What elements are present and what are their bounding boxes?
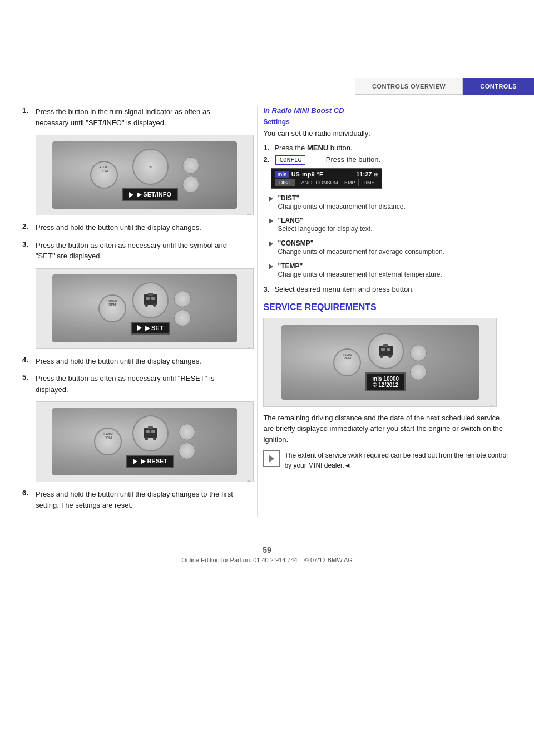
bullet-content-lang: "LANG" Select language for display text.: [278, 217, 512, 234]
radio-cell-time: TIME: [359, 179, 379, 186]
speed-inner-2: [141, 290, 160, 310]
right-step-1-text: Press the MENU button.: [274, 144, 352, 152]
step-4-text: Press and hold the button until the disp…: [36, 356, 240, 367]
speedometer-3: [132, 415, 169, 451]
header-tabs: CONTROLS OVERVIEW CONTROLS: [0, 0, 534, 95]
right-gauge-3b: [179, 443, 195, 459]
svg-rect-8: [146, 430, 150, 433]
radio-display: mls US mp9 °F 11:27 ⊞ DIST LANG CONSUM T…: [271, 168, 382, 189]
note-text: The extent of service work required can …: [284, 450, 512, 470]
step-5-image: x1000RPM: [36, 401, 254, 482]
svg-rect-7: [148, 426, 153, 429]
page-footer: 59 Online Edition for Part no. 01 40 2 9…: [0, 534, 534, 569]
svg-rect-6: [144, 428, 157, 438]
center-panel-1: 60 ▶ SET/INFO: [122, 149, 178, 201]
config-box: CONFIG: [275, 155, 305, 165]
footer-text: Online Edition for Part no. 01 40 2 914 …: [0, 557, 534, 563]
svg-rect-12: [379, 346, 393, 356]
step-6-text: Press and hold the button until the disp…: [36, 489, 240, 510]
bullet-triangle-lang: [269, 218, 273, 224]
step-3-num: 3.: [22, 240, 31, 248]
service-watermark: WW310035/5: [489, 405, 494, 407]
radio-cell-lang: LANG: [295, 179, 316, 186]
note-triangle-icon: [269, 455, 274, 463]
step-3: 3. Press the button as often as necessar…: [22, 240, 240, 262]
bullet-desc-dist: Change units of measurement for distance…: [278, 202, 512, 212]
bullet-dist: "DIST" Change units of measurement for d…: [269, 194, 512, 212]
play-icon-2: [137, 325, 142, 331]
gauge-3-text: x1000RPM: [103, 432, 112, 439]
step-5: 5. Press the button as often as necessar…: [22, 373, 240, 395]
bullet-content-consmp: "CONSMP" Change units of measurement for…: [278, 239, 512, 257]
radio-top-row: mls US mp9 °F 11:27 ⊞: [275, 171, 378, 178]
step-1: 1. Press the button in the turn signal i…: [22, 106, 240, 128]
svg-rect-2: [146, 297, 150, 300]
bullet-content-temp: "TEMP" Change units of measurement for e…: [278, 262, 512, 279]
step-2-num: 2.: [22, 222, 31, 230]
right-step-2: 2. CONFIG — Press the button.: [263, 155, 512, 165]
speed-inner-1: 60: [149, 165, 152, 169]
bullet-desc-lang: Select language for display text.: [278, 224, 512, 234]
step-3-image: x1000RPM: [36, 268, 254, 349]
right-step-3-num: 3.: [263, 285, 271, 293]
dashboard-panel-3: x1000RPM: [52, 408, 237, 476]
content-area: 1. Press the button in the turn signal i…: [0, 106, 534, 517]
radio-highlight: mls: [275, 171, 289, 178]
press-button-text: Press the button.: [326, 155, 380, 164]
svg-point-16: [380, 355, 383, 358]
service-dashboard-panel: x1000RPM: [281, 325, 479, 400]
svg-rect-9: [151, 430, 155, 433]
right-step-2-text: CONFIG — Press the button.: [274, 155, 380, 165]
bullet-consmp: "CONSMP" Change units of measurement for…: [269, 239, 512, 257]
radio-icon: ⊞: [374, 171, 378, 178]
right-step-3-text: Select desired menu item and press butto…: [274, 285, 414, 293]
bullet-label-lang: "LANG": [278, 217, 512, 224]
dashboard-panel-1: x1000RPM 60 ▶ SET/INFO: [52, 141, 237, 209]
service-center-panel: mls 10000 © 12/2012: [365, 333, 406, 391]
step-1-image: x1000RPM 60 ▶ SET/INFO: [36, 135, 254, 215]
display-2: ▶ SET: [131, 322, 170, 335]
watermark-1: WW103 (4.0): [246, 214, 251, 215]
center-panel-2: ▶ SET: [131, 282, 170, 335]
svg-rect-0: [144, 294, 157, 305]
service-display-line1: mls 10000: [372, 376, 399, 382]
right-gauges-1: [182, 157, 199, 193]
step-6: 6. Press and hold the button until the d…: [22, 489, 240, 510]
svg-point-17: [388, 355, 392, 358]
service-right-gauges: [410, 345, 427, 380]
radio-cell-consum: CONSUM: [315, 179, 338, 186]
svg-rect-13: [383, 344, 388, 347]
play-icon-1: [129, 192, 134, 198]
speed-inner-3: [141, 424, 160, 444]
service-desc: The remaining driving distance and the d…: [263, 413, 512, 445]
tab-controls-overview[interactable]: CONTROLS OVERVIEW: [355, 78, 463, 95]
svg-point-5: [153, 303, 156, 307]
radio-temp: °F: [317, 171, 323, 178]
svg-point-11: [153, 437, 156, 440]
gauge-3: x1000RPM: [94, 428, 122, 455]
radio-time-val: 11:27: [356, 171, 372, 178]
bullet-label-dist: "DIST": [278, 194, 512, 202]
tab-controls[interactable]: CONTROLS: [463, 78, 534, 95]
right-step-3: 3. Select desired menu item and press bu…: [263, 285, 512, 293]
svg-rect-3: [151, 297, 155, 300]
service-speedometer: [368, 333, 404, 369]
left-column: 1. Press the button in the turn signal i…: [22, 106, 257, 517]
watermark-2: WW206 (4.0): [246, 347, 251, 349]
bullet-desc-temp: Change units of measurement for external…: [278, 270, 512, 279]
bullet-label-consmp: "CONSMP": [278, 239, 512, 247]
display-2-text: ▶ SET: [145, 325, 163, 332]
bullet-triangle-dist: [269, 196, 273, 202]
step-4-num: 4.: [22, 356, 31, 364]
settings-heading: Settings: [263, 118, 512, 126]
right-step-1: 1. Press the MENU button.: [263, 144, 512, 152]
step-1-text: Press the button in the turn signal indi…: [36, 106, 240, 128]
step-3-text: Press the button as often as necessary u…: [36, 240, 240, 262]
right-gauge-2b: [174, 310, 191, 326]
service-speed-inner: [376, 341, 395, 361]
step-4: 4. Press and hold the button until the d…: [22, 356, 240, 367]
step-6-num: 6.: [22, 489, 31, 497]
bullet-content-dist: "DIST" Change units of measurement for d…: [278, 194, 512, 212]
page-container: CONTROLS OVERVIEW CONTROLS 1. Press the …: [0, 0, 534, 756]
svg-rect-14: [381, 348, 385, 351]
